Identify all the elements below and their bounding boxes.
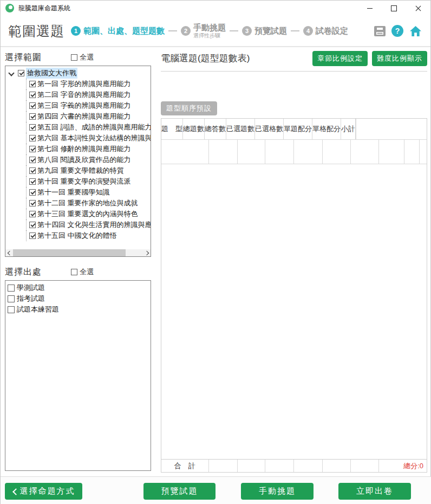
minimize-icon: [367, 8, 373, 9]
source-select-all-checkbox[interactable]: [71, 269, 77, 275]
tree-item-checkbox[interactable]: [29, 81, 36, 87]
scroll-left-icon[interactable]: [5, 249, 12, 256]
tree-item-checkbox[interactable]: [29, 222, 36, 228]
tree-item[interactable]: 第六回 基本詞性與文法結構的辨識與: [5, 133, 151, 144]
wizard-stepper: 1 範圍、出處、題型題數 2 手動挑題 選擇性步驟 3 預覽試題: [71, 23, 348, 38]
tree-item-checkbox[interactable]: [29, 92, 36, 98]
tree-item-label: 第五回 詞語、成語的辨識與應用能力: [37, 122, 151, 132]
source-item-checkbox[interactable]: [8, 306, 15, 313]
tree-item[interactable]: 第四回 六書的辨識與應用能力: [5, 111, 151, 122]
source-item[interactable]: 試題本練習題: [8, 304, 151, 315]
tree-item[interactable]: 第七回 修辭的辨識與應用能力: [5, 144, 151, 154]
chapter-ratio-button[interactable]: 章節比例設定: [312, 51, 368, 66]
tree-item[interactable]: 第十五回 中國文化的體悟: [5, 230, 151, 241]
source-item-checkbox[interactable]: [8, 285, 15, 292]
step-number-badge: 2: [181, 26, 191, 36]
table-cell-empty: [351, 140, 379, 164]
tree-item-checkbox[interactable]: [29, 113, 36, 120]
tree-item[interactable]: 第十回 重要文學的演變與流派: [5, 176, 151, 187]
page-title: 範圍選題: [8, 22, 64, 40]
source-item[interactable]: 指考試題: [8, 293, 151, 304]
titlebar: 龍騰題庫命題系統: [1, 1, 430, 16]
tree-item-checkbox[interactable]: [29, 102, 36, 109]
wizard-step[interactable]: 4 試卷設定: [303, 26, 348, 36]
step-label: 範圍、出處、題型題數: [83, 27, 165, 36]
table-header-cell: 總答數: [205, 119, 226, 139]
step-separator: [291, 30, 299, 31]
wizard-step[interactable]: 1 範圍、出處、題型題數: [71, 26, 181, 36]
close-button[interactable]: [406, 1, 430, 16]
source-item-label: 指考試題: [17, 294, 45, 303]
table-cell-empty: [379, 140, 404, 164]
minimize-button[interactable]: [357, 1, 382, 16]
source-item-label: 試題本練習題: [17, 305, 59, 314]
source-section-title: 選擇出處: [5, 267, 42, 278]
step-number-badge: 3: [242, 26, 252, 36]
help-button[interactable]: ?: [391, 25, 403, 37]
horizontal-scrollbar[interactable]: [5, 249, 151, 256]
source-item-checkbox[interactable]: [8, 295, 15, 302]
tree-item[interactable]: 第十二回 重要作家的地位與成就: [5, 198, 151, 209]
table-cell-empty: [265, 140, 294, 164]
table-cell-empty: [209, 460, 238, 472]
tree-item[interactable]: 第三回 字義的辨識與應用能力: [5, 100, 151, 111]
scrollbar-thumb[interactable]: [13, 249, 126, 256]
step-number-badge: 4: [303, 26, 313, 36]
tree-item-checkbox[interactable]: [29, 157, 36, 163]
create-exam-button[interactable]: 立即出卷: [338, 483, 411, 500]
step-separator: [168, 30, 177, 31]
source-item-label: 學測試題: [17, 283, 45, 293]
computer-selection-panel: 電腦選題(題型題數表) 章節比例設定 難度比例顯示 題型順序預設 題 型總題數總…: [161, 48, 427, 473]
tree-item-checkbox[interactable]: [29, 135, 36, 141]
tree-item[interactable]: 第十一回 重要國學知識: [5, 187, 151, 198]
tree-item[interactable]: 第二回 字音的辨識與應用能力: [5, 89, 151, 100]
panel-divider: [161, 71, 427, 72]
tree-item-label: 第十二回 重要作家的地位與成就: [37, 198, 138, 208]
maximize-button[interactable]: [382, 1, 406, 16]
chevron-down-icon[interactable]: [9, 71, 14, 76]
tree-item-checkbox[interactable]: [29, 178, 36, 185]
tree-item[interactable]: 第五回 詞語、成語的辨識與應用能力: [5, 122, 151, 133]
tree-item[interactable]: 第十三回 重要選文的內涵與特色: [5, 209, 151, 219]
tree-item-checkbox[interactable]: [29, 211, 36, 217]
tree-item-label: 第十四回 文化與生活實用的辨識與應: [37, 220, 151, 230]
tree-item-checkbox[interactable]: [29, 146, 36, 152]
range-select-all[interactable]: 全選: [71, 53, 94, 62]
table-header-cell: [356, 119, 356, 139]
table-cell-empty: [351, 460, 379, 472]
tree-item-checkbox[interactable]: [29, 124, 36, 131]
total-score-label: 總分:: [403, 461, 420, 471]
tree-root-checkbox[interactable]: [18, 70, 24, 76]
preview-questions-button[interactable]: 預覽試題: [143, 483, 216, 500]
table-cell-empty: [238, 140, 265, 164]
range-select-all-checkbox[interactable]: [71, 54, 77, 61]
home-button[interactable]: [409, 25, 422, 37]
source-select-all[interactable]: 全選: [71, 267, 94, 277]
tree-item-checkbox[interactable]: [29, 167, 36, 174]
table-header-cell: 單題配分: [284, 119, 312, 139]
tree-item-checkbox[interactable]: [29, 200, 36, 206]
action-footer: 選擇命題方式 預覽試題 手動挑題 立即出卷: [1, 476, 431, 504]
tree-item[interactable]: 第八回 閱讀及欣賞作品的能力: [5, 154, 151, 165]
tree-root-node[interactable]: 搶救國文大作戰: [5, 68, 151, 79]
maximize-icon: [391, 5, 397, 11]
difficulty-ratio-button[interactable]: 難度比例顯示: [372, 51, 427, 66]
wizard-step[interactable]: 3 預覽試題: [242, 26, 303, 36]
tree-item[interactable]: 第九回 重要文學體裁的特質: [5, 165, 151, 176]
tree-item-checkbox[interactable]: [29, 232, 36, 239]
source-item[interactable]: 學測試題: [8, 282, 151, 293]
tree-item[interactable]: 第十四回 文化與生活實用的辨識與應: [5, 219, 151, 230]
wizard-step[interactable]: 2 手動挑題 選擇性步驟: [181, 23, 242, 38]
question-order-preset-tab[interactable]: 題型順序預設: [161, 101, 217, 115]
save-button[interactable]: [374, 26, 386, 36]
tree-item-checkbox[interactable]: [29, 189, 36, 196]
back-to-method-button[interactable]: 選擇命題方式: [5, 483, 82, 500]
manual-pick-button[interactable]: 手動挑題: [241, 483, 314, 500]
tree-item[interactable]: 第一回 字形的辨識與應用能力: [5, 79, 151, 89]
total-row-label: 合 計: [161, 460, 209, 472]
table-header-row: 題 型總題數總答數已選題數已選格數單題配分單格配分小計: [161, 119, 427, 140]
scroll-right-icon[interactable]: [143, 249, 151, 256]
table-cell-empty: [294, 140, 323, 164]
app-logo-icon: [5, 4, 14, 12]
range-section-title: 選擇範圍: [5, 52, 42, 63]
